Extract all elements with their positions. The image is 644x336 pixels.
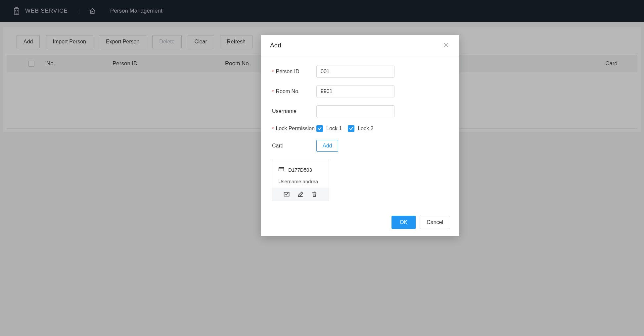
card-id-text: D177D503 bbox=[288, 167, 312, 173]
cancel-button[interactable]: Cancel bbox=[420, 216, 450, 229]
card-label-text: Card bbox=[272, 143, 284, 149]
card-actions bbox=[272, 188, 329, 201]
username-row: Username bbox=[272, 105, 448, 117]
required-mark: * bbox=[272, 69, 274, 74]
modal-header: Add bbox=[261, 35, 459, 56]
lock2-checkbox[interactable]: Lock 2 bbox=[348, 125, 373, 132]
person-id-label: * Person ID bbox=[272, 69, 316, 75]
room-no-input[interactable] bbox=[316, 85, 394, 97]
room-no-label: * Room No. bbox=[272, 88, 316, 94]
required-mark: * bbox=[272, 126, 274, 131]
modal-footer: OK Cancel bbox=[261, 210, 459, 236]
checkbox-checked-icon bbox=[316, 125, 323, 132]
person-id-label-text: Person ID bbox=[276, 69, 299, 75]
room-no-label-text: Room No. bbox=[276, 88, 299, 94]
lock-group: Lock 1 Lock 2 bbox=[316, 125, 373, 132]
add-card-button[interactable]: Add bbox=[316, 140, 338, 152]
card-label: Card bbox=[272, 143, 316, 149]
person-id-input[interactable] bbox=[316, 66, 394, 78]
lock-permission-label-text: Lock Permission bbox=[276, 126, 314, 132]
card-info: D177D503 Username:andrea bbox=[272, 160, 329, 188]
modal-title: Add bbox=[270, 42, 281, 49]
username-label: Username bbox=[272, 108, 316, 114]
card-row: Card Add bbox=[272, 140, 448, 152]
lock-permission-row: * Lock Permission Lock 1 bbox=[272, 125, 448, 132]
close-icon[interactable] bbox=[442, 41, 450, 50]
required-mark: * bbox=[272, 89, 274, 94]
username-label-text: Username bbox=[272, 108, 297, 114]
card-edit-icon[interactable] bbox=[297, 191, 304, 197]
username-input[interactable] bbox=[316, 105, 394, 117]
lock2-label: Lock 2 bbox=[358, 126, 373, 132]
modal-body: * Person ID * Room No. Username * Lock P… bbox=[261, 56, 459, 210]
svg-rect-9 bbox=[279, 168, 284, 171]
add-person-modal: Add * Person ID * Room No. Username bbox=[261, 35, 459, 236]
card-username: Username:andrea bbox=[278, 179, 323, 184]
checkbox-checked-icon bbox=[348, 125, 354, 132]
lock1-checkbox[interactable]: Lock 1 bbox=[316, 125, 342, 132]
ok-button[interactable]: OK bbox=[391, 216, 416, 229]
card-check-icon[interactable] bbox=[283, 191, 290, 197]
card-item: D177D503 Username:andrea bbox=[272, 160, 329, 201]
room-no-row: * Room No. bbox=[272, 85, 448, 97]
card-delete-icon[interactable] bbox=[311, 191, 318, 197]
lock-permission-label: * Lock Permission bbox=[272, 126, 316, 132]
card-id-row: D177D503 bbox=[278, 166, 323, 173]
lock1-label: Lock 1 bbox=[326, 126, 342, 132]
card-icon bbox=[278, 166, 284, 173]
person-id-row: * Person ID bbox=[272, 66, 448, 78]
svg-rect-11 bbox=[284, 192, 289, 196]
